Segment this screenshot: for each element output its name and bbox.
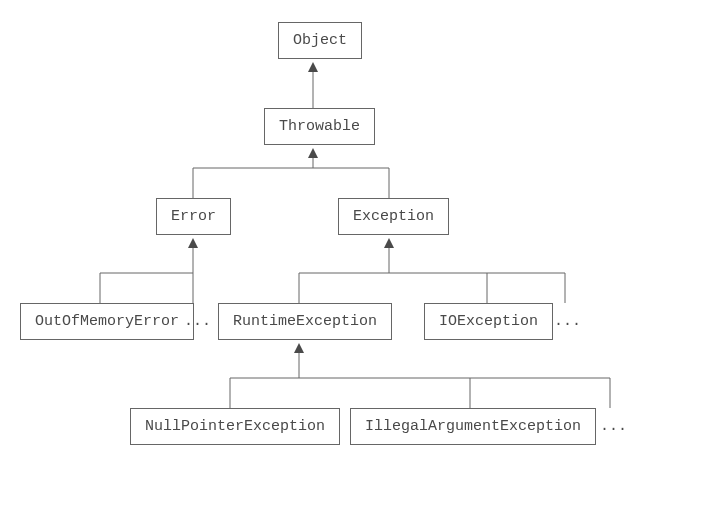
svg-marker-1 — [308, 62, 318, 72]
node-exception: Exception — [338, 198, 449, 235]
node-object: Object — [278, 22, 362, 59]
node-label: OutOfMemoryError — [35, 313, 179, 330]
node-label: Exception — [353, 208, 434, 225]
ellipsis: ... — [600, 418, 627, 435]
node-illegalargumentexception: IllegalArgumentException — [350, 408, 596, 445]
node-label: NullPointerException — [145, 418, 325, 435]
node-error: Error — [156, 198, 231, 235]
svg-marker-8 — [188, 238, 198, 248]
ellipsis: ... — [184, 313, 211, 330]
node-label: Throwable — [279, 118, 360, 135]
svg-marker-19 — [294, 343, 304, 353]
node-label: Error — [171, 208, 216, 225]
node-runtimeexception: RuntimeException — [218, 303, 392, 340]
svg-marker-13 — [384, 238, 394, 248]
node-nullpointerexception: NullPointerException — [130, 408, 340, 445]
node-label: IllegalArgumentException — [365, 418, 581, 435]
node-throwable: Throwable — [264, 108, 375, 145]
node-label: IOException — [439, 313, 538, 330]
ellipsis: ... — [554, 313, 581, 330]
node-outofmemoryerror: OutOfMemoryError — [20, 303, 194, 340]
node-label: RuntimeException — [233, 313, 377, 330]
node-label: Object — [293, 32, 347, 49]
svg-marker-3 — [308, 148, 318, 158]
node-ioexception: IOException — [424, 303, 553, 340]
